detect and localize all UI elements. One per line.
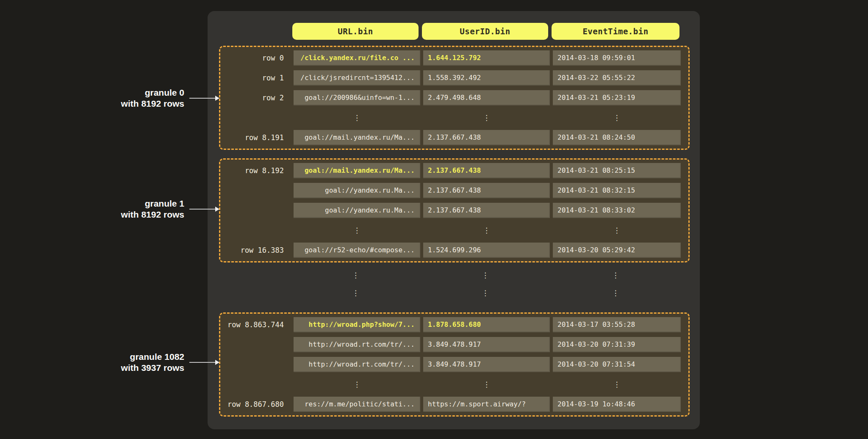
table-row: goal://yandex.ru.Ma... 2.137.667.438 201…: [222, 183, 688, 198]
eventtime-cell: 2014-03-19 1o:48:46: [553, 397, 681, 412]
url-cell: http://wroad.rt.com/tr/...: [294, 337, 420, 352]
row-label: row 0: [222, 54, 291, 62]
userid-cell: 1.558.392.492: [423, 70, 550, 86]
granule-0-arrow: [189, 98, 216, 99]
table-row: goal://yandex.ru.Ma... 2.137.667.438 201…: [222, 203, 688, 218]
vertical-ellipsis: ⋮: [553, 110, 681, 125]
url-cell: goal://mail.yandex.ru/Ma...: [294, 130, 420, 145]
ellipsis-row: ⋮ ⋮ ⋮: [222, 110, 688, 125]
url-cell: http://wroad.rt.com/tr/...: [294, 357, 420, 372]
eventtime-cell: 2014-03-20 05:29:42: [553, 243, 681, 258]
column-headers: URL.bin UserID.bin EventTime.bin: [292, 23, 679, 40]
table-row: http://wroad.rt.com/tr/... 3.849.478.917…: [222, 357, 688, 372]
table-row: row 2 goal://200986&uinfo=wn-1... 2.479.…: [222, 90, 688, 105]
eventtime-cell: 2014-03-20 07:31:54: [553, 357, 681, 372]
granule-0-box: row 0 /click.yandex.ru/file.co ... 1.644…: [219, 46, 690, 150]
eventtime-cell: 2014-03-21 08:24:50: [553, 130, 681, 145]
eventtime-cell: 2014-03-21 08:33:02: [553, 203, 681, 218]
vertical-ellipsis: ⋮: [294, 110, 420, 125]
column-header-eventtime-bin: EventTime.bin: [552, 23, 679, 40]
vertical-ellipsis: ⋮: [423, 223, 550, 238]
userid-cell: 1.878.658.680: [423, 317, 550, 332]
userid-cell: 2.137.667.438: [423, 130, 550, 145]
eventtime-cell: 2014-03-18 09:59:01: [553, 50, 681, 66]
between-granules-ellipsis: ⋮ ⋮ ⋮ ⋮ ⋮ ⋮: [221, 268, 684, 301]
granule-1-label: granule 1 with 8192 rows: [59, 198, 184, 220]
userid-cell: 1.524.699.296: [423, 243, 550, 258]
row-label: row 8.867.680: [222, 400, 291, 409]
row-label: row 2: [222, 94, 291, 102]
column-header-url-bin: URL.bin: [292, 23, 419, 40]
row-label: row 1: [222, 74, 291, 82]
granule-1082-arrow: [189, 362, 216, 363]
granule-1082-label-line1: granule 1082: [59, 351, 184, 362]
userid-cell: 2.137.667.438: [423, 203, 550, 218]
ellipsis-row: ⋮ ⋮ ⋮: [221, 285, 684, 301]
granule-0-label: granule 0 with 8192 rows: [59, 87, 184, 109]
url-cell: goal://yandex.ru.Ma...: [294, 203, 420, 218]
row-label: row 8.192: [222, 166, 291, 175]
vertical-ellipsis: ⋮: [552, 268, 679, 283]
granule-1-label-line1: granule 1: [59, 198, 184, 209]
userid-cell: https://m.sport.airway/?: [423, 397, 550, 412]
row-label: row 8.863.744: [222, 320, 291, 329]
vertical-ellipsis: ⋮: [552, 285, 679, 301]
userid-cell: 2.479.498.648: [423, 90, 550, 105]
eventtime-cell: 2014-03-22 05:55:22: [553, 70, 681, 86]
userid-cell: 3.849.478.917: [423, 337, 550, 352]
eventtime-cell: 2014-03-21 08:25:15: [553, 163, 681, 178]
vertical-ellipsis: ⋮: [292, 268, 419, 283]
table-row: row 8.867.680 res://m.me/politic/stati..…: [222, 397, 688, 412]
granule-1082-label-line2: with 3937 rows: [59, 362, 184, 373]
vertical-ellipsis: ⋮: [553, 223, 681, 238]
column-header-userid-bin: UserID.bin: [422, 23, 548, 40]
userid-cell: 1.644.125.792: [423, 50, 550, 66]
vertical-ellipsis: ⋮: [423, 377, 550, 392]
userid-cell: 2.137.667.438: [423, 183, 550, 198]
table-row: row 0 /click.yandex.ru/file.co ... 1.644…: [222, 50, 688, 66]
table-row: row 8.192 goal://mail.yandex.ru/Ma... 2.…: [222, 163, 688, 178]
eventtime-cell: 2014-03-21 05:23:19: [553, 90, 681, 105]
granule-1-label-line2: with 8192 rows: [59, 209, 184, 220]
url-cell: goal://200986&uinfo=wn-1...: [294, 90, 420, 105]
row-label: row 8.191: [222, 133, 291, 142]
granule-0-label-line1: granule 0: [59, 87, 184, 98]
table-row: http://wroad.rt.com/tr/... 3.849.478.917…: [222, 337, 688, 352]
url-cell: http://wroad.php?show/7...: [294, 317, 420, 332]
row-label: row 16.383: [222, 246, 291, 254]
userid-cell: 2.137.667.438: [423, 163, 550, 178]
table-row: row 8.191 goal://mail.yandex.ru/Ma... 2.…: [222, 130, 688, 145]
url-cell: goal://mail.yandex.ru/Ma...: [294, 163, 420, 178]
vertical-ellipsis: ⋮: [422, 285, 549, 301]
vertical-ellipsis: ⋮: [423, 110, 550, 125]
vertical-ellipsis: ⋮: [292, 285, 419, 301]
table-row: row 16.383 goal://r52-echo/#compose... 1…: [222, 243, 688, 258]
ellipsis-row: ⋮ ⋮ ⋮: [222, 377, 688, 392]
vertical-ellipsis: ⋮: [294, 377, 420, 392]
eventtime-cell: 2014-03-17 03:55:28: [553, 317, 681, 332]
eventtime-cell: 2014-03-21 08:32:15: [553, 183, 681, 198]
url-cell: res://m.me/politic/stati...: [294, 397, 420, 412]
granule-1-arrow: [189, 209, 216, 210]
ellipsis-row: ⋮ ⋮ ⋮: [222, 223, 688, 238]
granule-1-box: row 8.192 goal://mail.yandex.ru/Ma... 2.…: [219, 158, 690, 262]
url-cell: /click/jsredircnt=1395412...: [294, 70, 420, 86]
vertical-ellipsis: ⋮: [422, 268, 549, 283]
granule-0-label-line2: with 8192 rows: [59, 98, 184, 109]
eventtime-cell: 2014-03-20 07:31:39: [553, 337, 681, 352]
vertical-ellipsis: ⋮: [294, 223, 420, 238]
table-row: row 8.863.744 http://wroad.php?show/7...…: [222, 317, 688, 332]
ellipsis-row: ⋮ ⋮ ⋮: [221, 268, 684, 283]
url-cell: goal://r52-echo/#compose...: [294, 243, 420, 258]
granule-1082-box: row 8.863.744 http://wroad.php?show/7...…: [219, 312, 690, 417]
table-row: row 1 /click/jsredircnt=1395412... 1.558…: [222, 70, 688, 86]
granule-1082-label: granule 1082 with 3937 rows: [59, 351, 184, 373]
url-cell: /click.yandex.ru/file.co ...: [294, 50, 420, 66]
userid-cell: 3.849.478.917: [423, 357, 550, 372]
vertical-ellipsis: ⋮: [553, 377, 681, 392]
url-cell: goal://yandex.ru.Ma...: [294, 183, 420, 198]
